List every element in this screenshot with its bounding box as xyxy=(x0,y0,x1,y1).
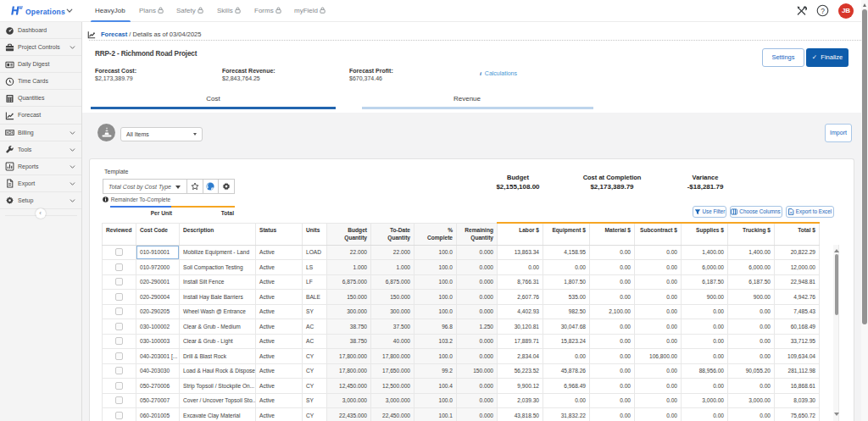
svg-text:?: ? xyxy=(821,7,825,15)
svg-text:x: x xyxy=(790,210,793,214)
